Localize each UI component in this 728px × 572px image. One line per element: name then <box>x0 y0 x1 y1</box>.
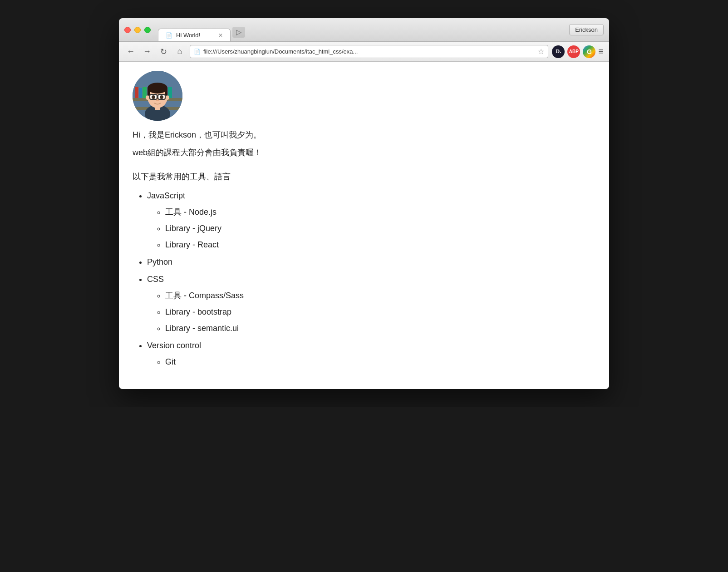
main-list: JavaScript 工具 - Node.js Library - jQuery… <box>133 187 595 370</box>
tab-area: 📄 Hi World! ✕ ▷ <box>158 18 245 41</box>
svg-point-12 <box>148 83 167 94</box>
intro-line-2: web組的課程大部分會由我負責喔！ <box>133 146 595 160</box>
extension-translate-button[interactable]: G <box>583 45 595 58</box>
extensions-area: D. ABP G ≡ <box>552 45 604 58</box>
page-content: Hi，我是Erickson，也可叫我夕为。 web組的課程大部分會由我負責喔！ … <box>119 62 609 389</box>
svg-point-26 <box>156 99 159 101</box>
close-button[interactable] <box>124 27 131 33</box>
sub-list-item: 工具 - Compass/Sass <box>165 287 595 304</box>
extension-d-button[interactable]: D. <box>552 45 565 58</box>
svg-rect-3 <box>135 87 138 98</box>
svg-rect-13 <box>148 88 150 95</box>
tools-intro: 以下是我常用的工具、語言 <box>133 171 595 182</box>
sub-list: 工具 - Node.js Library - jQuery Library - … <box>147 204 595 253</box>
menu-button[interactable]: ≡ <box>598 46 604 57</box>
svg-rect-4 <box>139 88 142 98</box>
active-tab[interactable]: 📄 Hi World! ✕ <box>158 29 231 41</box>
back-button[interactable]: ← <box>124 45 137 58</box>
traffic-lights <box>124 27 151 33</box>
new-tab-icon: ▷ <box>236 28 241 36</box>
list-item-label: CSS <box>147 275 164 284</box>
mac-window: 📄 Hi World! ✕ ▷ Erickson ← → ↻ ⌂ 📄 ☆ D. … <box>119 18 609 389</box>
extension-abp-button[interactable]: ABP <box>567 45 580 58</box>
address-input[interactable] <box>203 48 535 55</box>
svg-point-20 <box>160 95 163 99</box>
list-item: Python <box>147 254 595 270</box>
home-button[interactable]: ⌂ <box>173 45 186 58</box>
tab-page-icon: 📄 <box>166 32 172 39</box>
list-item-label: Version control <box>147 341 201 350</box>
avatar-container <box>133 71 595 121</box>
tab-close-icon[interactable]: ✕ <box>218 32 223 39</box>
sub-list-item: Library - bootstrap <box>165 304 595 320</box>
sub-list-item: Library - React <box>165 237 595 253</box>
tab-title: Hi World! <box>176 32 200 39</box>
list-item: Version control Git <box>147 337 595 370</box>
intro-line-1: Hi，我是Erickson，也可叫我夕为。 <box>133 128 595 142</box>
list-item-label: Python <box>147 257 172 266</box>
avatar <box>133 71 182 121</box>
svg-point-19 <box>152 95 155 99</box>
page-icon: 📄 <box>194 49 201 55</box>
sub-list: 工具 - Compass/Sass Library - bootstrap Li… <box>147 287 595 336</box>
sub-list: Git <box>147 354 595 370</box>
sub-list-item: Library - jQuery <box>165 220 595 237</box>
minimize-button[interactable] <box>134 27 141 33</box>
title-bar: 📄 Hi World! ✕ ▷ Erickson <box>119 18 609 42</box>
list-item: CSS 工具 - Compass/Sass Library - bootstra… <box>147 271 595 336</box>
sub-list-item: Git <box>165 354 595 370</box>
sub-list-item: 工具 - Node.js <box>165 204 595 220</box>
svg-rect-14 <box>165 88 167 95</box>
list-item: JavaScript 工具 - Node.js Library - jQuery… <box>147 187 595 253</box>
profile-button[interactable]: Erickson <box>569 24 604 35</box>
forward-button[interactable]: → <box>141 45 153 58</box>
new-tab-button[interactable]: ▷ <box>232 27 245 38</box>
nav-bar: ← → ↻ ⌂ 📄 ☆ D. ABP G ≡ <box>119 42 609 62</box>
address-bar-wrapper: 📄 ☆ <box>190 45 548 58</box>
list-item-label: JavaScript <box>147 191 185 200</box>
bookmark-icon[interactable]: ☆ <box>538 47 544 56</box>
sub-list-item: Library - semantic.ui <box>165 320 595 336</box>
reload-button[interactable]: ↻ <box>157 45 170 58</box>
maximize-button[interactable] <box>144 27 151 33</box>
